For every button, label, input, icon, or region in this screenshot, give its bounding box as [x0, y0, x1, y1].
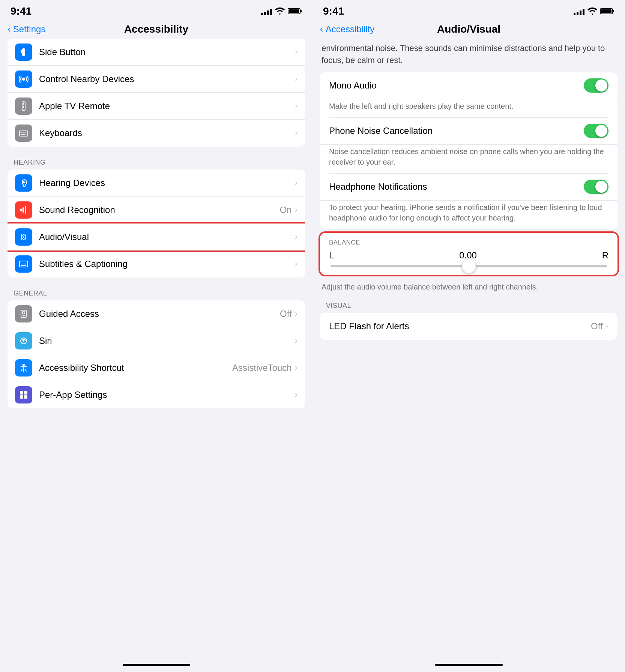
nav-bar-right: ‹ Accessibility Audio/Visual — [312, 20, 625, 39]
headphone-notifications-toggle[interactable] — [584, 180, 608, 194]
right-panel: 9:41 ‹ Accessibility Audio/Visual — [312, 0, 625, 672]
back-chevron-right: ‹ — [320, 23, 323, 35]
sound-recognition-icon — [15, 201, 32, 219]
sound-recognition-label: Sound Recognition — [39, 205, 280, 215]
headphone-notifications-label: Headphone Notifications — [329, 182, 427, 192]
slider-left-fill — [331, 265, 469, 267]
phone-noise-desc: Noise cancellation reduces ambient noise… — [320, 145, 617, 173]
back-chevron-left: ‹ — [8, 23, 11, 35]
hearing-devices-icon — [15, 174, 32, 192]
svg-rect-12 — [24, 132, 26, 133]
list-item-control-nearby-devices[interactable]: Control Nearby Devices › — [8, 66, 305, 93]
side-button-chevron: › — [295, 47, 297, 57]
svg-rect-10 — [21, 132, 22, 133]
svg-rect-33 — [24, 395, 27, 399]
mono-audio-label: Mono Audio — [329, 80, 377, 91]
list-item-accessibility-shortcut[interactable]: Accessibility Shortcut AssistiveTouch › — [8, 354, 305, 381]
back-button-right[interactable]: ‹ Accessibility — [320, 23, 374, 35]
balance-description: Adjust the audio volume balance between … — [312, 279, 625, 294]
visual-section-header: VISUAL — [312, 294, 625, 313]
apple-tv-remote-label: Apple TV Remote — [39, 101, 295, 111]
svg-rect-21 — [21, 264, 23, 264]
general-section-header: GENERAL — [0, 281, 312, 300]
list-item-guided-access[interactable]: Guided Access Off › — [8, 300, 305, 327]
keyboards-label: Keyboards — [39, 128, 295, 138]
phone-noise-label: Phone Noise Cancellation — [329, 126, 433, 136]
list-item-per-app-settings[interactable]: Per-App Settings › — [8, 381, 305, 408]
sound-recognition-chevron: › — [295, 205, 297, 215]
battery-icon-right — [600, 8, 614, 15]
apple-tv-remote-chevron: › — [295, 101, 297, 111]
list-item-side-button[interactable]: Side Button › — [8, 39, 305, 66]
svg-rect-4 — [21, 50, 22, 53]
apple-tv-remote-icon — [15, 98, 32, 115]
audio-visual-chevron: › — [295, 232, 297, 242]
audio-visual-icon — [15, 228, 32, 246]
svg-rect-26 — [23, 315, 25, 316]
right-content: environmental noise. These sounds can mi… — [312, 39, 625, 656]
page-title-right: Audio/Visual — [437, 23, 500, 35]
keyboards-chevron: › — [295, 128, 297, 138]
sound-recognition-value: On — [280, 205, 292, 215]
phone-noise-toggle[interactable] — [584, 124, 608, 138]
top-partial-description: environmental noise. These sounds can mi… — [312, 39, 625, 72]
list-item-apple-tv-remote[interactable]: Apple TV Remote › — [8, 93, 305, 120]
list-item-sound-recognition[interactable]: Sound Recognition On › — [8, 196, 305, 224]
balance-values-row: L 0.00 R — [329, 250, 608, 261]
list-item-hearing-devices[interactable]: Hearing Devices › — [8, 170, 305, 196]
svg-rect-25 — [23, 312, 25, 314]
headphone-notifications-thumb — [595, 181, 607, 193]
control-nearby-chevron: › — [295, 74, 297, 84]
svg-rect-22 — [24, 264, 26, 264]
status-icons-left — [261, 8, 302, 15]
balance-slider[interactable] — [331, 265, 607, 267]
phone-noise-thumb — [595, 125, 607, 137]
mono-audio-toggle-row: Mono Audio — [320, 72, 617, 99]
svg-rect-30 — [20, 391, 23, 394]
svg-rect-23 — [21, 265, 26, 266]
svg-rect-32 — [20, 395, 23, 399]
wifi-icon — [275, 8, 285, 15]
svg-point-14 — [23, 181, 25, 183]
slider-thumb — [462, 260, 476, 273]
slider-right-fill — [469, 265, 607, 267]
svg-rect-36 — [601, 9, 611, 13]
per-app-settings-icon — [15, 386, 32, 404]
guided-access-value: Off — [280, 309, 292, 319]
status-time-right: 9:41 — [323, 5, 344, 17]
visual-card: LED Flash for Alerts Off › — [320, 313, 617, 340]
svg-rect-17 — [25, 206, 26, 214]
left-panel: 9:41 ‹ Settings Accessibility — [0, 0, 312, 672]
guided-access-label: Guided Access — [39, 309, 280, 319]
svg-point-28 — [23, 340, 24, 342]
status-icons-right — [574, 8, 614, 15]
hearing-devices-chevron: › — [295, 178, 297, 188]
back-button-left[interactable]: ‹ Settings — [8, 23, 45, 35]
status-time-left: 9:41 — [11, 5, 32, 17]
headphone-notifications-toggle-row: Headphone Notifications — [320, 174, 617, 201]
led-flash-value: Off — [591, 321, 603, 332]
mono-audio-toggle[interactable] — [584, 78, 608, 93]
balance-value: 0.00 — [459, 250, 477, 261]
list-item-audio-visual[interactable]: Audio/Visual › — [8, 224, 305, 250]
per-app-settings-label: Per-App Settings — [39, 390, 295, 400]
svg-point-19 — [23, 236, 24, 238]
list-item-subtitles-captioning[interactable]: Subtitles & Captioning › — [8, 250, 305, 278]
svg-rect-8 — [23, 106, 24, 108]
list-item-keyboards[interactable]: Keyboards › — [8, 120, 305, 147]
svg-rect-9 — [20, 131, 28, 136]
siri-label: Siri — [39, 336, 295, 346]
audio-visual-label: Audio/Visual — [39, 232, 295, 242]
headphone-notifications-desc: To protect your hearing, iPhone sends a … — [320, 201, 617, 229]
list-item-led-flash[interactable]: LED Flash for Alerts Off › — [320, 313, 617, 340]
svg-rect-31 — [24, 391, 27, 394]
svg-rect-2 — [288, 9, 299, 13]
subtitles-captioning-icon — [15, 255, 32, 273]
guided-access-chevron: › — [295, 309, 297, 319]
guided-access-icon — [15, 305, 32, 322]
back-label-right: Accessibility — [326, 24, 375, 34]
subtitles-captioning-label: Subtitles & Captioning — [39, 259, 295, 269]
side-button-label: Side Button — [39, 47, 295, 57]
svg-rect-11 — [23, 132, 24, 133]
list-item-siri[interactable]: Siri › — [8, 327, 305, 354]
